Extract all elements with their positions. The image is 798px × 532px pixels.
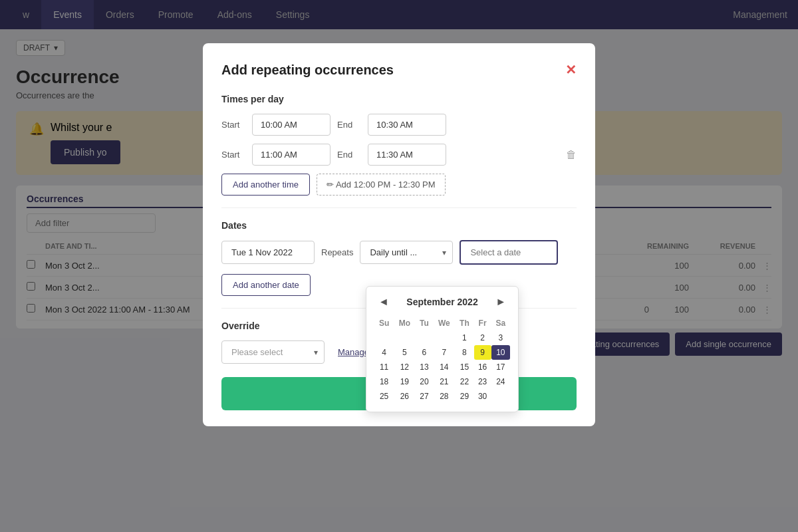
calendar-day[interactable]: 9 xyxy=(474,345,491,360)
calendar-day[interactable]: 22 xyxy=(455,374,473,389)
cal-header-fr: Fr xyxy=(474,316,491,331)
calendar-day[interactable]: 8 xyxy=(455,345,473,360)
calendar-day[interactable]: 12 xyxy=(394,360,415,374)
start-time-2[interactable] xyxy=(252,144,331,166)
add-another-date-button[interactable]: Add another date xyxy=(221,274,311,296)
calendar-dropdown: ◄ September 2022 ► Su Mo Tu We Th Fr Sa … xyxy=(366,286,519,412)
end-label-1: End xyxy=(337,120,361,130)
calendar-header: ◄ September 2022 ► xyxy=(374,295,510,309)
calendar-day[interactable]: 4 xyxy=(374,345,394,360)
end-time-2[interactable] xyxy=(368,144,446,166)
add-another-time-button[interactable]: Add another time xyxy=(221,174,310,196)
time-row-2: Start End 🗑 xyxy=(221,144,577,166)
calendar-day[interactable]: 13 xyxy=(415,360,433,374)
calendar-day[interactable]: 29 xyxy=(455,389,473,404)
repeats-label: Repeats xyxy=(321,247,353,257)
override-select-wrapper: Please select xyxy=(221,340,325,364)
calendar-day[interactable]: 20 xyxy=(415,374,433,389)
calendar-day[interactable]: 26 xyxy=(394,389,415,404)
close-button[interactable]: ✕ xyxy=(565,62,577,78)
modal-header: Add repeating occurrences ✕ xyxy=(221,62,577,78)
calendar-day[interactable]: 24 xyxy=(491,374,510,389)
calendar-day[interactable]: 28 xyxy=(433,389,455,404)
add-time-buttons: Add another time ✏ Add 12:00 PM - 12:30 … xyxy=(221,174,577,196)
time-row-1: Start End xyxy=(221,114,577,136)
modal-title: Add repeating occurrences xyxy=(221,63,394,78)
repeats-select-wrapper: Daily until ... xyxy=(360,241,453,264)
calendar-day[interactable]: 3 xyxy=(491,331,510,345)
cal-header-th: Th xyxy=(455,316,473,331)
select-date-input[interactable] xyxy=(460,240,558,265)
cal-header-su: Su xyxy=(374,316,394,331)
start-label-1: Start xyxy=(221,120,245,130)
times-section-label: Times per day xyxy=(221,94,577,104)
delete-time-icon[interactable]: 🗑 xyxy=(566,149,577,161)
cal-header-mo: Mo xyxy=(394,316,415,331)
date-input[interactable] xyxy=(221,241,315,264)
calendar-day[interactable]: 17 xyxy=(491,360,510,374)
date-row: Repeats Daily until ... xyxy=(221,240,577,265)
end-time-1[interactable] xyxy=(368,114,446,136)
calendar-day xyxy=(491,389,510,404)
dates-section-label: Dates xyxy=(221,220,577,231)
cal-header-sa: Sa xyxy=(491,316,510,331)
calendar-grid: Su Mo Tu We Th Fr Sa 1234567891011121314… xyxy=(374,316,510,404)
cal-header-tu: Tu xyxy=(415,316,433,331)
calendar-day[interactable]: 16 xyxy=(474,360,491,374)
calendar-day[interactable]: 1 xyxy=(455,331,473,345)
calendar-day[interactable]: 23 xyxy=(474,374,491,389)
calendar-day[interactable]: 5 xyxy=(394,345,415,360)
calendar-prev-button[interactable]: ◄ xyxy=(374,295,393,309)
calendar-day[interactable]: 6 xyxy=(415,345,433,360)
repeats-select[interactable]: Daily until ... xyxy=(360,241,453,264)
calendar-day[interactable]: 19 xyxy=(394,374,415,389)
calendar-day[interactable]: 25 xyxy=(374,389,394,404)
start-label-2: Start xyxy=(221,150,245,160)
calendar-day[interactable]: 30 xyxy=(474,389,491,404)
cal-header-we: We xyxy=(433,316,455,331)
calendar-month-year: September 2022 xyxy=(406,297,477,307)
calendar-day[interactable]: 2 xyxy=(474,331,491,345)
calendar-day[interactable]: 14 xyxy=(433,360,455,374)
calendar-day[interactable]: 21 xyxy=(433,374,455,389)
calendar-day[interactable]: 7 xyxy=(433,345,455,360)
calendar-day[interactable]: 18 xyxy=(374,374,394,389)
calendar-next-button[interactable]: ► xyxy=(491,295,510,309)
calendar-day xyxy=(394,331,415,345)
calendar-day[interactable]: 11 xyxy=(374,360,394,374)
calendar-day xyxy=(433,331,455,345)
calendar-day[interactable]: 15 xyxy=(455,360,473,374)
calendar-day xyxy=(415,331,433,345)
calendar-day xyxy=(374,331,394,345)
start-time-1[interactable] xyxy=(252,114,331,136)
add-suggested-time-button[interactable]: ✏ Add 12:00 PM - 12:30 PM xyxy=(317,174,445,196)
calendar-day[interactable]: 10 xyxy=(491,345,510,360)
override-select[interactable]: Please select xyxy=(221,340,325,364)
end-label-2: End xyxy=(337,150,361,160)
calendar-day[interactable]: 27 xyxy=(415,389,433,404)
